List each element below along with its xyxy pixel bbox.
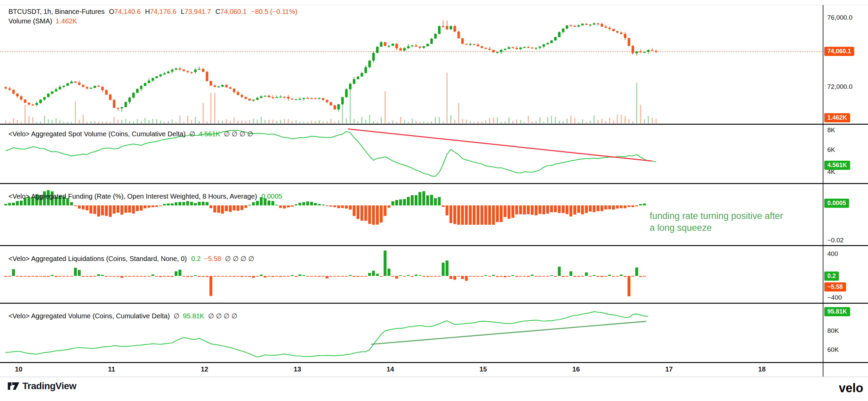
voldelta-tick-80k: 80K — [827, 327, 839, 335]
volume-delta-legend[interactable]: <Velo> Aggregated Volume (Coins, Cumulat… — [8, 311, 237, 321]
volume-sma-value: 1.462K — [56, 17, 77, 25]
liq-tick-neg400: −400 — [827, 294, 842, 301]
liquidations-short-value: −5.58 — [204, 255, 221, 262]
phi-symbols: ∅ ∅ ∅ ∅ — [208, 312, 237, 320]
low-label: L — [181, 8, 184, 15]
funding-tag: 0.0005 — [824, 199, 849, 208]
liq-long-tag: 0.2 — [824, 272, 839, 281]
time-label-17: 17 — [665, 365, 673, 373]
phi-symbol: ∅ — [174, 312, 179, 320]
voldelta-tick-60k: 60K — [827, 346, 839, 354]
price-tick-72000: 72,000.0 — [827, 83, 852, 91]
liquidations-title: <Velo> Aggregated Liquidations (Coins, S… — [8, 255, 187, 262]
liq-short-tag: −5.58 — [824, 282, 846, 292]
annotation-text[interactable]: funding rate turning positive after a lo… — [650, 210, 783, 234]
open-value: 74,140.6 — [114, 8, 141, 15]
time-label-14: 14 — [387, 365, 394, 373]
liquidations-legend[interactable]: <Velo> Aggregated Liquidations (Coins, S… — [8, 254, 254, 263]
symbol-title: BTCUSDT, 1h, Binance-Futures — [8, 8, 104, 15]
spot-tick-6k: 6K — [827, 146, 835, 154]
liq-tick-400: 400 — [827, 250, 838, 258]
funding-title: <Velo> Aggregated Funding (Rate (%), Ope… — [8, 193, 257, 200]
annotation-line2: a long squeeze — [650, 222, 783, 234]
high-value: 74,176.6 — [150, 8, 176, 15]
price-scale[interactable] — [823, 5, 868, 377]
volume-label: Volume (SMA) — [8, 17, 52, 25]
high-label: H — [145, 8, 150, 15]
spot-volume-legend[interactable]: <Velo> Aggregated Spot Volume (Coins, Cu… — [8, 129, 253, 139]
time-label-12: 12 — [201, 365, 208, 373]
spot-volume-title: <Velo> Aggregated Spot Volume (Coins, Cu… — [8, 130, 186, 138]
tradingview-logo[interactable]: TradingView — [7, 380, 76, 392]
open-label: O — [109, 8, 114, 15]
annotation-line1: funding rate turning positive after — [650, 210, 783, 222]
time-label-13: 13 — [294, 365, 301, 373]
price-legend-line1: BTCUSDT, 1h, Binance-FuturesO74,140.6H74… — [8, 7, 297, 16]
funding-tick-low: −0.02 — [827, 237, 844, 244]
spot-volume-value: 4.561K — [199, 130, 220, 138]
time-label-10: 10 — [15, 365, 22, 373]
time-label-16: 16 — [572, 365, 580, 373]
volume-delta-tag: 95.81K — [824, 307, 850, 316]
tradingview-icon — [7, 380, 20, 392]
last-price-tag: 74,060.1 — [824, 47, 854, 56]
liquidations-long-value: 0.2 — [191, 255, 201, 262]
volume-legend[interactable]: Volume (SMA)1.462K — [8, 16, 297, 26]
funding-value: 0.0005 — [261, 193, 282, 200]
change-value: −80.5 (−0.11%) — [251, 8, 297, 15]
spot-tick-8k: 8K — [827, 126, 835, 134]
phi-symbols: ∅ ∅ ∅ ∅ — [224, 130, 253, 138]
funding-legend[interactable]: <Velo> Aggregated Funding (Rate (%), Ope… — [8, 192, 282, 201]
volume-sma-tag: 1.462K — [824, 113, 850, 122]
price-tick-76000: 76,000.0 — [827, 14, 852, 21]
chart-window: BTCUSDT, 1h, Binance-FuturesO74,140.6H74… — [0, 0, 868, 401]
phi-symbols: ∅ ∅ ∅ ∅ — [225, 255, 254, 262]
time-label-18: 18 — [758, 365, 766, 373]
time-label-11: 11 — [108, 365, 115, 373]
low-value: 73,941.7 — [184, 8, 211, 15]
phi-symbol: ∅ — [190, 130, 195, 138]
volume-delta-title: <Velo> Aggregated Volume (Coins, Cumulat… — [8, 312, 170, 320]
price-legend[interactable]: BTCUSDT, 1h, Binance-FuturesO74,140.6H74… — [8, 7, 297, 26]
time-label-15: 15 — [479, 365, 487, 373]
time-axis[interactable]: 101112131415161718 — [0, 363, 868, 377]
velo-text: velo — [839, 381, 863, 395]
tradingview-text: TradingView — [22, 381, 76, 392]
spot-volume-tag: 4.561K — [824, 161, 850, 170]
close-value: 74,060.1 — [220, 8, 247, 15]
velo-logo: velo — [839, 381, 863, 395]
volume-delta-value: 95.81K — [183, 312, 204, 320]
close-label: C — [215, 8, 220, 15]
